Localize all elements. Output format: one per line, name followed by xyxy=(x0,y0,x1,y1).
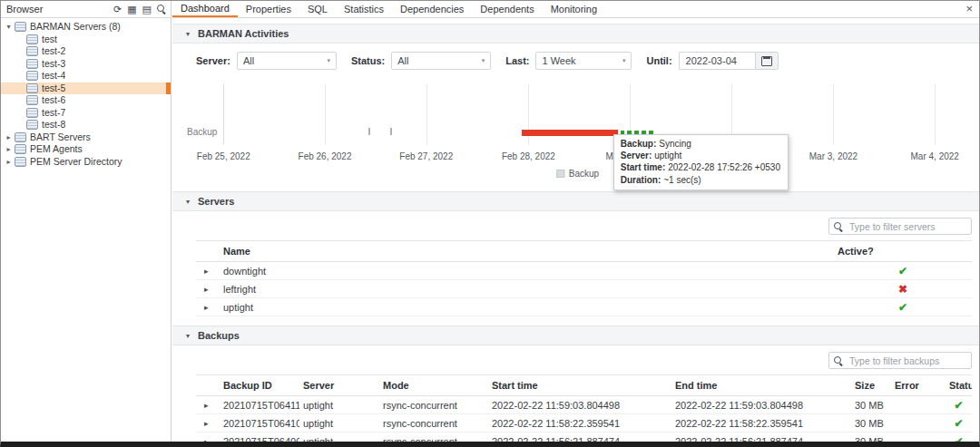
backups-filter-input[interactable] xyxy=(848,355,966,367)
server-cell: uptight xyxy=(299,414,379,432)
chevron-down-icon[interactable]: ▾ xyxy=(186,30,190,38)
expander-cell: ▸ xyxy=(196,298,220,316)
table-row[interactable]: ▸leftright✖ xyxy=(196,280,972,298)
servers-table: NameActive? ▸downtight✔▸leftright✖▸uptig… xyxy=(196,240,972,316)
row-expander-icon[interactable]: ▸ xyxy=(204,419,209,428)
panels-icon[interactable]: ▤ xyxy=(142,5,152,15)
chevron-right-icon[interactable]: ▸ xyxy=(4,156,14,169)
tree-node-barman-servers[interactable]: ▾BARMAN Servers (8) xyxy=(1,21,171,34)
tree-node-bart-servers[interactable]: ▸BART Servers xyxy=(1,131,171,144)
server-cell: uptight xyxy=(299,432,379,442)
backups-search-box xyxy=(828,352,972,369)
status-fail-icon: ✖ xyxy=(898,283,907,296)
mode-cell: rsync-concurrent xyxy=(379,432,488,442)
row-expander-icon[interactable]: ▸ xyxy=(204,303,209,312)
chevron-right-icon[interactable]: ▸ xyxy=(4,143,14,156)
column-header: End time xyxy=(671,375,851,396)
status-ok-icon: ✔ xyxy=(954,417,963,430)
legend-label: Backup xyxy=(569,169,599,179)
chart-legend: Backup xyxy=(556,169,599,179)
axis-tick-label: Feb 26, 2022 xyxy=(299,151,352,161)
table-row[interactable]: ▸20210715T064008uptightrsync-concurrent2… xyxy=(196,432,972,442)
refresh-icon[interactable]: ⟳ xyxy=(113,5,122,15)
tree-node-test-7[interactable]: test-7 xyxy=(1,107,171,120)
chevron-down-icon[interactable]: ▾ xyxy=(186,332,190,340)
status-select[interactable]: All ▾ xyxy=(391,52,491,70)
status-select-value: All xyxy=(397,55,408,66)
tooltip-server-label: Server: xyxy=(621,151,652,160)
tree-node-test-2[interactable]: test-2 xyxy=(1,45,171,58)
close-icon[interactable]: × xyxy=(965,2,973,16)
table-row[interactable]: ▸downtight✔ xyxy=(196,262,972,280)
tooltip-start-value: 2022-02-28 17:52:26 +0530 xyxy=(668,162,780,172)
tree-node-test-3[interactable]: test-3 xyxy=(1,58,171,71)
servers-search-row xyxy=(172,211,979,235)
server-name-cell: downtight xyxy=(220,262,834,280)
row-expander-icon[interactable]: ▸ xyxy=(204,285,209,294)
backup-id-cell: 20210715T064008 xyxy=(220,432,299,442)
tooltip-backup-value: Syncing xyxy=(659,139,691,149)
chart-gridline xyxy=(426,84,427,144)
chevron-down-icon[interactable]: ▾ xyxy=(4,21,14,34)
tree-node-test-6[interactable]: test-6 xyxy=(1,94,171,107)
active-cell: ✖ xyxy=(834,280,972,298)
error-cell xyxy=(891,396,946,414)
tab-properties[interactable]: Properties xyxy=(238,1,299,17)
table-row[interactable]: ▸20210715T064112uptightrsync-concurrent2… xyxy=(196,396,972,414)
tree-node-test-8[interactable]: test-8 xyxy=(1,119,171,131)
until-filter-label: Until: xyxy=(646,55,671,66)
until-date-input[interactable]: 2022-03-04 xyxy=(679,52,755,70)
last-select[interactable]: 1 Week ▾ xyxy=(535,52,632,70)
calendar-button[interactable] xyxy=(755,52,779,70)
backups-header[interactable]: ▾ Backups xyxy=(172,326,979,345)
search-icon[interactable] xyxy=(157,5,166,14)
tree-node-test-5[interactable]: test-5 xyxy=(1,83,171,95)
chart-tooltip: Backup:Syncing Server:uptight Start time… xyxy=(613,134,789,190)
chevron-right-icon[interactable]: ▸ xyxy=(4,131,14,144)
mode-cell: rsync-concurrent xyxy=(379,396,488,414)
tab-dashboard[interactable]: Dashboard xyxy=(172,1,238,17)
chevron-down-icon[interactable]: ▾ xyxy=(186,198,190,206)
size-cell: 30 MB xyxy=(851,396,891,414)
servers-filter-input[interactable] xyxy=(848,220,966,233)
row-expander-icon[interactable]: ▸ xyxy=(204,267,209,276)
status-ok-icon: ✔ xyxy=(898,301,907,314)
object-tree: ▾BARMAN Servers (8)testtest-2test-3test-… xyxy=(1,18,171,168)
browser-toolbar: ⟳ ▦ ▤ xyxy=(113,5,166,15)
tree-node-label: test-8 xyxy=(42,119,65,131)
tree-node-pem-server-directory[interactable]: ▸PEM Server Directory xyxy=(1,156,171,169)
tab-monitoring[interactable]: Monitoring xyxy=(543,1,605,17)
tree-node-label: test-4 xyxy=(42,70,65,83)
axis-tick-label: Feb 27, 2022 xyxy=(399,151,453,161)
table-row[interactable]: ▸uptight✔ xyxy=(196,298,972,316)
last-filter-label: Last: xyxy=(505,55,529,66)
active-cell: ✔ xyxy=(834,262,972,280)
tree-node-label: PEM Agents xyxy=(30,143,83,156)
browser-panel-title: Browser xyxy=(6,4,113,15)
tab-dependents[interactable]: Dependents xyxy=(472,1,542,17)
tree-node-pem-agents[interactable]: ▸PEM Agents xyxy=(1,143,171,156)
row-expander-icon[interactable]: ▸ xyxy=(204,401,209,410)
row-expander-icon[interactable]: ▸ xyxy=(204,437,209,442)
server-icon xyxy=(26,95,38,105)
tab-dependencies[interactable]: Dependencies xyxy=(392,1,472,17)
tree-node-label: test-5 xyxy=(42,83,65,95)
column-header: Backup ID xyxy=(220,375,299,396)
backup-activity-bar[interactable] xyxy=(522,130,619,136)
barman-activities-header[interactable]: ▾ BARMAN Activities xyxy=(172,24,979,44)
expander-cell: ▸ xyxy=(196,262,220,280)
servers-header[interactable]: ▾ Servers xyxy=(172,191,979,211)
error-cell xyxy=(891,414,946,432)
expander-column-header xyxy=(196,241,220,262)
table-row[interactable]: ▸20210715T064106uptightrsync-concurrent2… xyxy=(196,414,972,432)
server-select[interactable]: All ▾ xyxy=(237,52,337,70)
tree-node-test-4[interactable]: test-4 xyxy=(1,70,171,83)
tree-node-test[interactable]: test xyxy=(1,34,171,46)
axis-tick-label: Feb 28, 2022 xyxy=(502,151,555,161)
server-filter-label: Server: xyxy=(196,55,230,66)
server-icon xyxy=(26,71,38,81)
grid-icon[interactable]: ▦ xyxy=(127,5,136,15)
tab-sql[interactable]: SQL xyxy=(299,1,336,17)
backups-section: ▾ Backups Backup IDServerModeStart timeE… xyxy=(172,326,979,442)
tab-statistics[interactable]: Statistics xyxy=(336,1,392,17)
